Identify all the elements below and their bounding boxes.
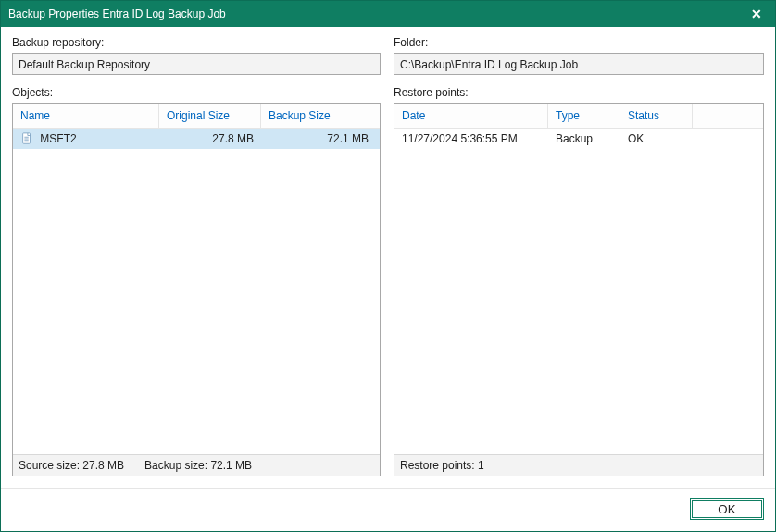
restore-status: OK xyxy=(620,132,693,145)
object-icon xyxy=(20,132,33,145)
objects-status: Source size: 27.8 MB Backup size: 72.1 M… xyxy=(13,454,380,476)
col-extra[interactable] xyxy=(693,104,763,128)
repo-value: Default Backup Repository xyxy=(12,53,381,75)
col-original-size[interactable]: Original Size xyxy=(159,104,261,128)
object-name-cell: MSFT2 xyxy=(13,132,159,145)
folder-value: C:\Backup\Entra ID Log Backup Job xyxy=(394,53,764,75)
restore-panel: Date Type Status 11/27/2024 5:36:55 PM B… xyxy=(394,103,764,476)
col-name[interactable]: Name xyxy=(13,104,159,128)
restore-type: Backup xyxy=(548,132,620,145)
footer: OK xyxy=(1,488,775,531)
table-row[interactable]: 11/27/2024 5:36:55 PM Backup OK xyxy=(394,129,763,149)
content: Backup repository: Default Backup Reposi… xyxy=(1,27,775,488)
restore-status-bar: Restore points: 1 xyxy=(394,454,763,476)
window-title: Backup Properties Entra ID Log Backup Jo… xyxy=(8,7,226,20)
source-size: Source size: 27.8 MB xyxy=(19,459,124,472)
restore-date: 11/27/2024 5:36:55 PM xyxy=(394,132,548,145)
col-status[interactable]: Status xyxy=(620,104,693,128)
backup-size: Backup size: 72.1 MB xyxy=(144,459,252,472)
object-backup: 72.1 MB xyxy=(261,132,380,145)
restore-label: Restore points: xyxy=(394,86,764,99)
ok-button[interactable]: OK xyxy=(690,498,764,520)
col-date[interactable]: Date xyxy=(394,104,548,128)
folder-label: Folder: xyxy=(394,36,764,49)
object-original: 27.8 MB xyxy=(159,132,261,145)
objects-list[interactable]: MSFT2 27.8 MB 72.1 MB xyxy=(13,129,380,454)
objects-label: Objects: xyxy=(12,86,381,99)
objects-header: Name Original Size Backup Size xyxy=(13,104,380,129)
close-icon[interactable]: ✕ xyxy=(745,6,768,21)
col-type[interactable]: Type xyxy=(548,104,620,128)
restore-summary: Restore points: 1 xyxy=(400,459,484,472)
object-name: MSFT2 xyxy=(40,132,76,145)
titlebar: Backup Properties Entra ID Log Backup Jo… xyxy=(1,1,775,27)
objects-panel: Name Original Size Backup Size xyxy=(12,103,381,476)
table-row[interactable]: MSFT2 27.8 MB 72.1 MB xyxy=(13,129,380,149)
restore-header: Date Type Status xyxy=(394,104,763,129)
col-backup-size[interactable]: Backup Size xyxy=(261,104,380,128)
restore-list[interactable]: 11/27/2024 5:36:55 PM Backup OK xyxy=(394,129,763,454)
repo-label: Backup repository: xyxy=(12,36,381,49)
